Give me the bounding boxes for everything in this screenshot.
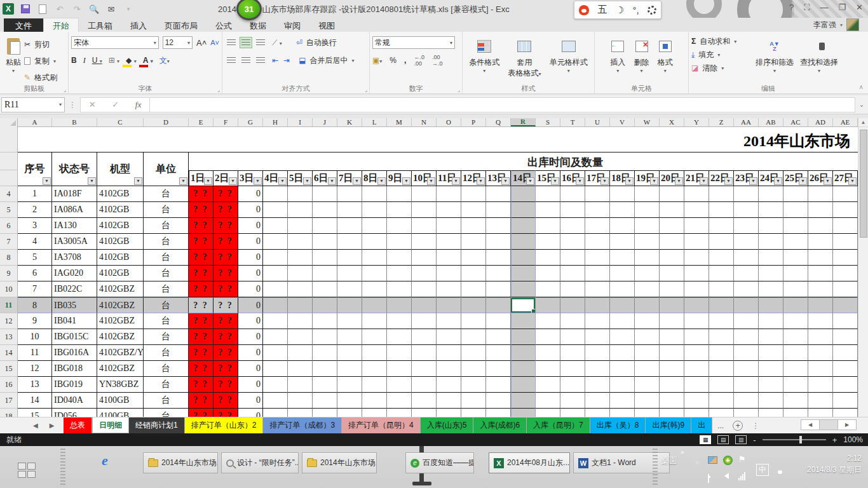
day-header-17日[interactable]: 17日▼ bbox=[585, 170, 610, 186]
cell-Q12[interactable] bbox=[486, 313, 511, 329]
cell-I6[interactable] bbox=[288, 218, 313, 234]
cell-P13[interactable] bbox=[461, 329, 486, 345]
cell-AC14[interactable] bbox=[783, 345, 808, 361]
column-header-E[interactable]: E bbox=[189, 118, 214, 126]
filter-icon[interactable]: ▼ bbox=[675, 177, 683, 185]
cell-M14[interactable] bbox=[387, 345, 412, 361]
day-header-20日[interactable]: 20日▼ bbox=[660, 170, 684, 186]
cell-L17[interactable] bbox=[362, 393, 387, 409]
cell-T14[interactable] bbox=[560, 345, 585, 361]
column-header-M[interactable]: M bbox=[387, 118, 412, 126]
name-box[interactable]: R11▾ bbox=[1, 97, 65, 112]
cell-J18[interactable] bbox=[313, 409, 337, 417]
cell-K6[interactable] bbox=[337, 218, 362, 234]
desktop-toolbar-label[interactable]: 桌面 bbox=[661, 455, 677, 466]
account-chip[interactable]: 李富强 ▾ bbox=[813, 18, 859, 32]
cell-H16[interactable] bbox=[263, 377, 288, 393]
sheet-tab-总表[interactable]: 总表 bbox=[64, 417, 92, 433]
cell-T4[interactable] bbox=[560, 186, 585, 202]
cell-P6[interactable] bbox=[461, 218, 486, 234]
cell-AB17[interactable] bbox=[759, 393, 783, 409]
cell-D16[interactable]: 台 bbox=[144, 377, 189, 393]
horizontal-scrollbar[interactable]: ◀ ▶ bbox=[801, 419, 857, 430]
cell-AD4[interactable] bbox=[808, 186, 833, 202]
row-header-10[interactable]: 10 bbox=[0, 281, 18, 297]
cell-M6[interactable] bbox=[387, 218, 412, 234]
cell-AC15[interactable] bbox=[783, 361, 808, 377]
cell-E7[interactable]: ? ? bbox=[189, 234, 214, 250]
cell-Y13[interactable] bbox=[684, 329, 709, 345]
cell-H5[interactable] bbox=[263, 202, 288, 218]
insert-cells-button[interactable]: 插入▾ bbox=[607, 34, 628, 83]
cell-C14[interactable]: 4102GBZ/Y bbox=[97, 345, 144, 361]
cell-I16[interactable] bbox=[288, 377, 313, 393]
cell-A17[interactable]: 14 bbox=[18, 393, 52, 409]
cell-C18[interactable]: 4100GB bbox=[97, 409, 144, 417]
cell-AC5[interactable] bbox=[783, 202, 808, 218]
filter-icon[interactable]: ▼ bbox=[229, 177, 237, 185]
row-header-14[interactable]: 14 bbox=[0, 345, 18, 361]
cell-Z13[interactable] bbox=[709, 329, 734, 345]
cell-N17[interactable] bbox=[412, 393, 437, 409]
day-header-7日[interactable]: 7日▼ bbox=[337, 170, 362, 186]
cell-AE13[interactable] bbox=[833, 329, 858, 345]
cell-P5[interactable] bbox=[461, 202, 486, 218]
cell-W18[interactable] bbox=[635, 409, 660, 417]
column-header-AA[interactable]: AA bbox=[734, 118, 759, 126]
cell-L16[interactable] bbox=[362, 377, 387, 393]
cell-AA18[interactable] bbox=[734, 409, 759, 417]
cell-Q17[interactable] bbox=[486, 393, 511, 409]
cell-E15[interactable]: ? ? bbox=[189, 361, 214, 377]
cell-V15[interactable] bbox=[610, 361, 635, 377]
cell-I15[interactable] bbox=[288, 361, 313, 377]
filter-icon[interactable]: ▼ bbox=[551, 177, 559, 185]
sheet-next-icon[interactable]: ▶ bbox=[50, 422, 55, 429]
cell-Z9[interactable] bbox=[709, 266, 734, 281]
cell-C8[interactable]: 4102GB bbox=[97, 250, 144, 266]
formula-bar-grip[interactable]: ⋮ bbox=[69, 100, 76, 109]
cell-H18[interactable] bbox=[263, 409, 288, 417]
cell-J5[interactable] bbox=[313, 202, 337, 218]
grow-font-icon[interactable]: A˄ bbox=[196, 38, 207, 48]
cell-S5[interactable] bbox=[536, 202, 560, 218]
cell-X16[interactable] bbox=[660, 377, 684, 393]
cell-J11[interactable] bbox=[313, 297, 337, 313]
sheet-tab-排产订单（昆明）4[interactable]: 排产订单（昆明）4 bbox=[342, 417, 421, 433]
column-header-U[interactable]: U bbox=[585, 118, 610, 126]
start-button[interactable] bbox=[18, 463, 37, 479]
scroll-left-icon[interactable]: ◀ bbox=[801, 420, 820, 430]
ribbon-tab-插入[interactable]: 插入 bbox=[121, 18, 156, 32]
cell-AE7[interactable] bbox=[833, 234, 858, 250]
cell-B12[interactable]: IB041 bbox=[52, 313, 97, 329]
italic-button[interactable]: I bbox=[83, 56, 86, 65]
cell-V10[interactable] bbox=[610, 281, 635, 297]
cell-AD7[interactable] bbox=[808, 234, 833, 250]
day-header-27日[interactable]: 27日▼ bbox=[833, 170, 858, 186]
cell-W6[interactable] bbox=[635, 218, 660, 234]
cell-Q16[interactable] bbox=[486, 377, 511, 393]
cell-M16[interactable] bbox=[387, 377, 412, 393]
column-header-F[interactable]: F bbox=[214, 118, 238, 126]
ribbon-tab-数据[interactable]: 数据 bbox=[241, 18, 275, 32]
cell-AB10[interactable] bbox=[759, 281, 783, 297]
cell-L9[interactable] bbox=[362, 266, 387, 281]
cell-O13[interactable] bbox=[437, 329, 461, 345]
cell-R7[interactable] bbox=[511, 234, 536, 250]
cell-B5[interactable]: IA086A bbox=[52, 202, 97, 218]
vertical-scrollbar[interactable]: ▲ bbox=[858, 118, 868, 417]
filter-icon[interactable]: ▼ bbox=[600, 177, 609, 185]
cell-G11[interactable]: 0 bbox=[238, 297, 263, 313]
cell-L18[interactable] bbox=[362, 409, 387, 417]
filter-icon[interactable]: ▼ bbox=[848, 177, 857, 185]
cell-O12[interactable] bbox=[437, 313, 461, 329]
cell-T15[interactable] bbox=[560, 361, 585, 377]
cell-I18[interactable] bbox=[288, 409, 313, 417]
cell-N7[interactable] bbox=[412, 234, 437, 250]
more-sheets-label[interactable]: ... bbox=[717, 421, 724, 430]
gear-icon[interactable] bbox=[648, 6, 656, 15]
cell-O4[interactable] bbox=[437, 186, 461, 202]
filter-icon[interactable]: ▼ bbox=[179, 177, 187, 185]
cell-D10[interactable]: 台 bbox=[144, 281, 189, 297]
column-header-O[interactable]: O bbox=[437, 118, 461, 126]
cell-L4[interactable] bbox=[362, 186, 387, 202]
